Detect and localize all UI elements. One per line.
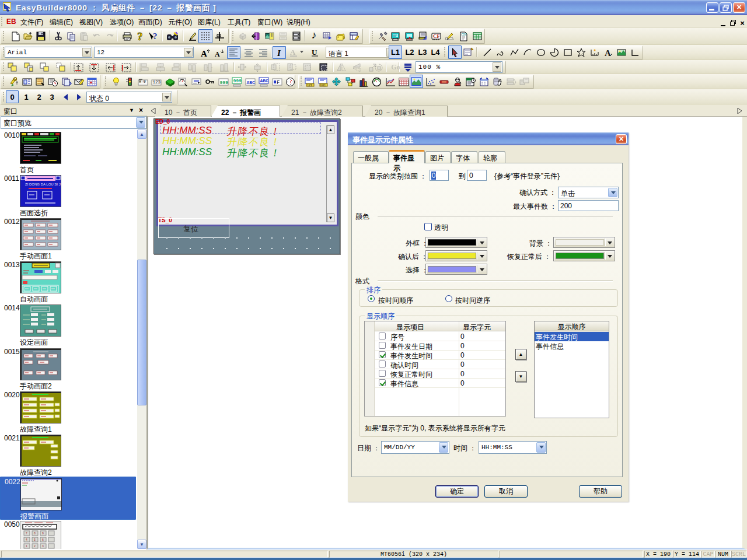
svg-text:2: 2 bbox=[34, 544, 36, 548]
svg-text:H-0: H-0 bbox=[139, 80, 146, 84]
svg-text:?: ? bbox=[153, 32, 158, 41]
svg-text:123: 123 bbox=[152, 80, 160, 85]
svg-text:ABC: ABC bbox=[260, 78, 268, 83]
svg-text:CSV: CSV bbox=[461, 33, 467, 37]
svg-text:A: A bbox=[215, 50, 220, 58]
svg-text:123: 123 bbox=[307, 84, 312, 88]
svg-text:1: 1 bbox=[26, 544, 27, 548]
svg-text:?: ? bbox=[137, 32, 143, 41]
svg-text:F: F bbox=[277, 79, 280, 85]
svg-text:A: A bbox=[290, 48, 296, 57]
svg-text:3: 3 bbox=[42, 544, 44, 548]
svg-text:999: 999 bbox=[219, 79, 228, 85]
svg-text:7: 7 bbox=[26, 531, 27, 535]
svg-text:999: 999 bbox=[233, 78, 242, 83]
svg-text:U: U bbox=[312, 48, 317, 57]
svg-text:ZI DONG DA LOU SI JI: ZI DONG DA LOU SI JI bbox=[25, 183, 61, 186]
svg-text:ABC: ABC bbox=[246, 79, 255, 85]
svg-text:CF: CF bbox=[433, 33, 440, 39]
svg-text:A: A bbox=[605, 48, 611, 58]
svg-text:9: 9 bbox=[42, 531, 44, 535]
svg-text:8: 8 bbox=[34, 531, 36, 535]
svg-text:h01: h01 bbox=[320, 84, 326, 88]
svg-text:6: 6 bbox=[42, 538, 44, 541]
svg-text:I: I bbox=[277, 48, 281, 57]
svg-text:4: 4 bbox=[26, 538, 27, 541]
svg-text:A: A bbox=[201, 49, 207, 58]
svg-text:5: 5 bbox=[34, 538, 36, 541]
